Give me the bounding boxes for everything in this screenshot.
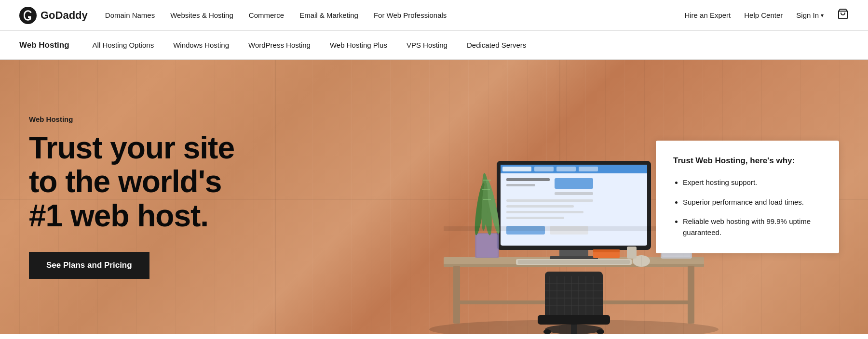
svg-rect-68 — [593, 249, 620, 252]
hire-expert-link[interactable]: Hire an Expert — [684, 11, 731, 19]
help-center-link[interactable]: Help Center — [744, 11, 783, 19]
trust-card: Trust Web Hosting, here's why: Expert ho… — [656, 141, 839, 253]
subnav-windows-hosting[interactable]: Windows Hosting — [173, 41, 229, 49]
subnav-vps-hosting[interactable]: VPS Hosting — [407, 41, 448, 49]
svg-rect-22 — [506, 205, 574, 208]
sign-in-label: Sign In — [796, 11, 819, 19]
logo-text: GoDaddy — [41, 9, 88, 22]
hero-content: Web Hosting Trust your site to the world… — [0, 60, 868, 334]
top-navigation: GoDaddy Domain Names Websites & Hosting … — [0, 0, 868, 31]
cart-icon[interactable] — [837, 8, 849, 23]
sub-nav-brand: Web Hosting — [19, 40, 69, 50]
trust-item-2: Superior performance and load times. — [683, 197, 822, 208]
svg-point-65 — [597, 329, 604, 334]
trust-item-1: Expert hosting support. — [683, 177, 822, 188]
trust-item-3: Reliable web hosting with 99.9% uptime g… — [683, 216, 822, 238]
hero-title: Trust your site to the world's #1 web ho… — [29, 131, 251, 233]
sub-nav-links: All Hosting Options Windows Hosting Word… — [93, 41, 527, 49]
svg-rect-5 — [453, 266, 460, 324]
svg-rect-66 — [627, 247, 637, 259]
godaddy-logo-icon — [19, 7, 37, 24]
svg-rect-17 — [506, 178, 550, 181]
sign-in-button[interactable]: Sign In ▾ — [796, 11, 824, 19]
svg-rect-49 — [545, 272, 603, 320]
svg-point-64 — [543, 329, 551, 334]
top-nav-right: Hire an Expert Help Center Sign In ▾ — [684, 8, 849, 23]
svg-rect-20 — [555, 192, 593, 195]
chevron-down-icon: ▾ — [821, 12, 824, 19]
svg-rect-16 — [579, 167, 598, 171]
svg-rect-23 — [506, 211, 583, 213]
subnav-all-hosting[interactable]: All Hosting Options — [93, 41, 154, 49]
nav-domain-names[interactable]: Domain Names — [105, 11, 155, 19]
svg-rect-24 — [506, 217, 564, 219]
svg-point-0 — [19, 7, 37, 24]
svg-rect-61 — [538, 315, 610, 325]
trust-card-list: Expert hosting support. Superior perform… — [673, 177, 822, 238]
svg-rect-18 — [506, 184, 535, 186]
subnav-dedicated-servers[interactable]: Dedicated Servers — [467, 41, 526, 49]
svg-rect-13 — [502, 167, 531, 171]
nav-commerce[interactable]: Commerce — [249, 11, 284, 19]
svg-rect-21 — [506, 199, 593, 202]
hero-eyebrow: Web Hosting — [29, 115, 251, 123]
svg-rect-28 — [518, 260, 630, 264]
hero-text-area: Web Hosting Trust your site to the world… — [0, 60, 280, 334]
subnav-wordpress-hosting[interactable]: WordPress Hosting — [248, 41, 311, 49]
hero-cta-button[interactable]: See Plans and Pricing — [29, 252, 149, 279]
nav-for-web-professionals[interactable]: For Web Professionals — [374, 11, 447, 19]
svg-point-63 — [545, 325, 603, 334]
svg-rect-32 — [476, 234, 498, 257]
nav-websites-hosting[interactable]: Websites & Hosting — [170, 11, 233, 19]
nav-email-marketing[interactable]: Email & Marketing — [299, 11, 358, 19]
svg-rect-19 — [555, 178, 593, 189]
godaddy-logo[interactable]: GoDaddy — [19, 7, 88, 24]
svg-rect-67 — [593, 251, 620, 258]
svg-rect-6 — [688, 266, 694, 324]
svg-rect-14 — [534, 167, 554, 171]
svg-rect-15 — [556, 167, 576, 171]
top-nav-left: GoDaddy Domain Names Websites & Hosting … — [19, 7, 447, 24]
top-nav-links: Domain Names Websites & Hosting Commerce… — [105, 11, 447, 19]
sub-navigation: Web Hosting All Hosting Options Windows … — [0, 31, 868, 60]
trust-card-title: Trust Web Hosting, here's why: — [673, 156, 822, 166]
subnav-web-hosting-plus[interactable]: Web Hosting Plus — [330, 41, 387, 49]
hero-section: Web Hosting Trust your site to the world… — [0, 60, 868, 334]
